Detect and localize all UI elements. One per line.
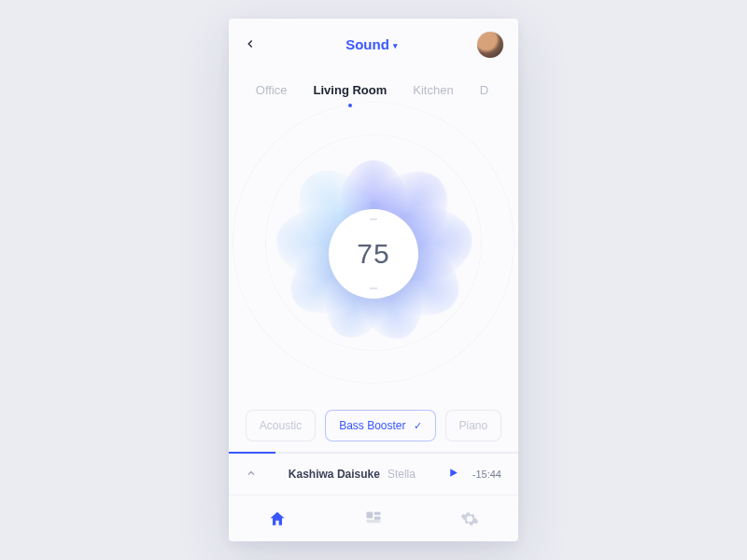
- app-screen: Sound ▾ m Office Living Room Kitchen D 7…: [229, 19, 518, 541]
- svg-rect-2: [374, 511, 381, 514]
- gear-icon: [460, 510, 479, 528]
- volume-dial[interactable]: 75: [285, 165, 462, 343]
- svg-rect-4: [366, 519, 380, 522]
- volume-value: 75: [357, 238, 389, 270]
- avatar[interactable]: [477, 32, 503, 58]
- back-button[interactable]: [244, 35, 266, 55]
- eq-presets: Acoustic Bass Booster ✓ Piano: [229, 399, 518, 452]
- expand-player-button[interactable]: [246, 468, 257, 482]
- header: Sound ▾: [229, 19, 518, 71]
- chevron-up-icon: [246, 468, 257, 479]
- caret-down-icon: ▾: [393, 41, 398, 50]
- home-icon: [268, 510, 287, 528]
- room-tab-active[interactable]: Living Room: [314, 83, 388, 97]
- bottom-nav: [229, 495, 518, 541]
- nav-dashboard[interactable]: [359, 505, 388, 533]
- svg-rect-3: [374, 516, 381, 519]
- now-playing-bar: Kashiwa Daisuke Stella -15:44: [229, 454, 518, 495]
- eq-preset-active[interactable]: Bass Booster ✓: [325, 410, 435, 441]
- volume-dial-core: 75: [329, 209, 418, 299]
- room-tab[interactable]: Office: [256, 83, 288, 97]
- svg-rect-1: [366, 511, 373, 518]
- volume-dial-area: 75: [229, 108, 518, 399]
- room-tab[interactable]: m: [229, 83, 230, 97]
- grid-icon: [364, 510, 383, 528]
- time-remaining: -15:44: [472, 469, 501, 480]
- screen-title-label: Sound: [345, 36, 389, 52]
- eq-preset-label: Bass Booster: [339, 419, 405, 432]
- nav-home[interactable]: [263, 505, 291, 533]
- nav-settings[interactable]: [456, 505, 484, 533]
- check-icon: ✓: [414, 420, 422, 432]
- track-info[interactable]: Kashiwa Daisuke Stella: [270, 468, 434, 481]
- eq-preset[interactable]: Piano: [445, 410, 502, 441]
- track-artist: Kashiwa Daisuke: [289, 468, 380, 481]
- play-icon: [447, 467, 459, 479]
- svg-marker-0: [450, 469, 458, 477]
- chevron-left-icon: [244, 37, 257, 50]
- play-button[interactable]: [447, 467, 459, 482]
- room-tab[interactable]: Kitchen: [413, 83, 453, 97]
- playback-progress[interactable]: [229, 452, 518, 454]
- screen-title-dropdown[interactable]: Sound ▾: [345, 36, 398, 52]
- track-title: Stella: [388, 468, 416, 481]
- playback-progress-fill: [229, 452, 275, 454]
- room-tab[interactable]: D: [480, 83, 488, 97]
- eq-preset[interactable]: Acoustic: [246, 410, 316, 441]
